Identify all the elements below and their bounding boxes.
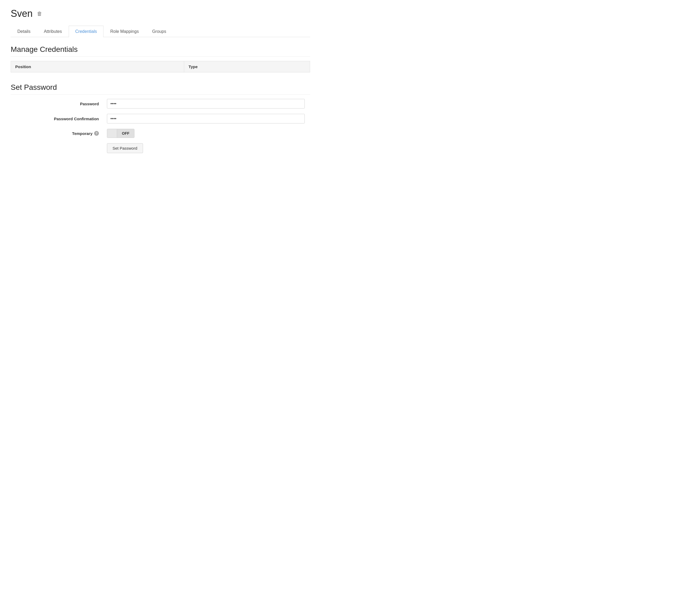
tabs-container: Details Attributes Credentials Role Mapp…: [11, 26, 310, 37]
manage-credentials-heading: Manage Credentials: [11, 45, 310, 57]
password-confirmation-label: Password Confirmation: [16, 116, 107, 121]
manage-credentials-section: Manage Credentials Position Type: [11, 45, 310, 72]
tab-attributes[interactable]: Attributes: [37, 26, 69, 37]
page-header: Sven 🗑: [11, 8, 310, 19]
toggle-on-side[interactable]: [107, 129, 117, 138]
tab-credentials[interactable]: Credentials: [69, 26, 104, 37]
temporary-label: Temporary ?: [16, 131, 107, 136]
credentials-table: Position Type: [11, 61, 310, 72]
col-type: Type: [184, 61, 310, 72]
page-container: Sven 🗑 Details Attributes Credentials Ro…: [0, 0, 321, 161]
password-input[interactable]: [107, 99, 305, 109]
temporary-toggle-container: OFF: [107, 129, 134, 138]
set-password-button-row: Set Password: [102, 143, 310, 153]
password-label: Password: [16, 102, 107, 106]
delete-icon[interactable]: 🗑: [37, 11, 42, 17]
page-title: Sven: [11, 8, 33, 19]
temporary-row: Temporary ? OFF: [11, 129, 310, 138]
temporary-help-icon[interactable]: ?: [94, 131, 99, 136]
toggle-off-label[interactable]: OFF: [117, 129, 134, 138]
tab-details[interactable]: Details: [11, 26, 37, 37]
set-password-button[interactable]: Set Password: [107, 143, 143, 153]
set-password-heading: Set Password: [11, 83, 310, 95]
tab-groups[interactable]: Groups: [146, 26, 173, 37]
tab-role-mappings[interactable]: Role Mappings: [104, 26, 146, 37]
temporary-toggle[interactable]: OFF: [107, 129, 134, 138]
password-confirmation-row: Password Confirmation: [11, 114, 310, 124]
password-confirmation-input[interactable]: [107, 114, 305, 124]
set-password-section: Set Password Password Password Confirmat…: [11, 83, 310, 153]
col-position: Position: [11, 61, 184, 72]
password-row: Password: [11, 99, 310, 109]
